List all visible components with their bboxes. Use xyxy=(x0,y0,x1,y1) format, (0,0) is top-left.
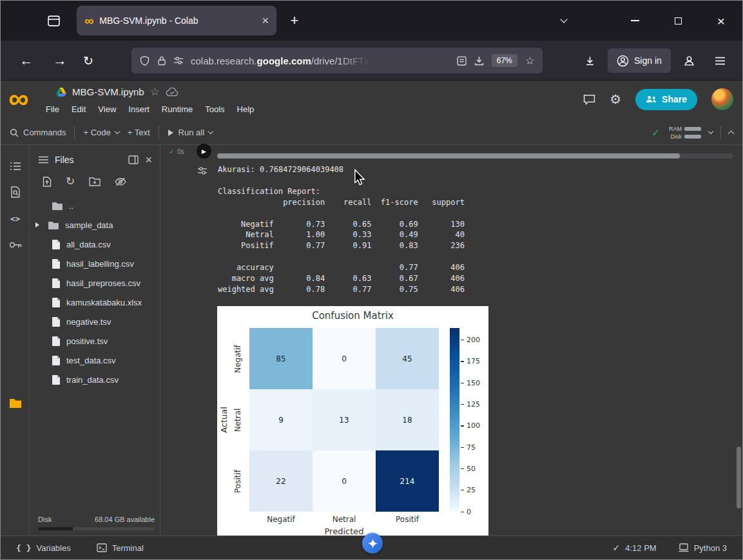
runtime-status[interactable]: Python 3 xyxy=(679,543,727,553)
menu-edit[interactable]: Edit xyxy=(72,104,86,114)
colab-tab-icon: ∞ xyxy=(84,14,93,27)
star-notebook-icon[interactable]: ☆ xyxy=(150,86,160,97)
find-replace-icon[interactable] xyxy=(1,184,30,200)
close-button[interactable]: × xyxy=(707,9,735,32)
user-avatar[interactable] xyxy=(711,88,733,110)
back-button[interactable]: ← xyxy=(15,48,38,73)
tree-item[interactable]: sample_data xyxy=(30,215,160,235)
new-tab-button[interactable]: + xyxy=(284,10,305,31)
run-all-button[interactable]: Run all xyxy=(168,128,213,137)
hidden-files-eye-off-icon[interactable] xyxy=(115,177,126,186)
terminal-button[interactable]: Terminal xyxy=(97,543,144,553)
file-name: positive.tsv xyxy=(66,336,108,346)
menu-file[interactable]: File xyxy=(46,104,59,114)
variables-button[interactable]: { } Variables xyxy=(16,543,71,553)
tree-item[interactable]: .. xyxy=(30,196,160,215)
comments-button[interactable] xyxy=(583,94,595,105)
vertical-scrollbar[interactable] xyxy=(737,447,741,508)
reload-button[interactable]: ↻ xyxy=(77,48,100,73)
scrollbar-thumb[interactable] xyxy=(217,153,680,159)
disk-label: Disk xyxy=(668,133,682,140)
colorbar-tick-label: 125 xyxy=(467,400,480,409)
code-snippets-icon[interactable]: <> xyxy=(1,210,30,227)
close-icon: × xyxy=(717,14,725,28)
ram-bar xyxy=(684,127,701,131)
colorbar-tick xyxy=(461,447,464,448)
collapse-toolbar-icon[interactable] xyxy=(728,131,735,137)
notebook-filename[interactable]: MBG-SVM.ipynb xyxy=(72,86,144,97)
menu-runtime[interactable]: Runtime xyxy=(162,104,193,114)
file-tree: ..sample_dataall_data.csvhasil_labelling… xyxy=(30,196,160,389)
refresh-files-icon[interactable]: ↻ xyxy=(66,176,75,187)
sign-in-button[interactable]: Sign in xyxy=(608,48,671,73)
menu-view[interactable]: View xyxy=(98,104,116,114)
files-folder-icon[interactable] xyxy=(1,395,30,412)
sidebar-icon-strip: <> xyxy=(1,145,30,537)
downloads-button[interactable] xyxy=(578,48,601,73)
save-page-icon[interactable] xyxy=(474,56,484,66)
share-button[interactable]: Share xyxy=(635,89,697,110)
horizontal-scrollbar[interactable] xyxy=(217,153,733,159)
close-panel-icon[interactable]: × xyxy=(145,154,152,166)
expand-chevron-icon[interactable] xyxy=(35,222,39,227)
bookmark-star-icon[interactable]: ☆ xyxy=(525,55,535,66)
drive-icon xyxy=(56,87,66,97)
maximize-button[interactable] xyxy=(664,9,692,32)
resource-meter[interactable]: RAM Disk xyxy=(668,126,701,140)
firefox-view-button[interactable] xyxy=(38,8,69,34)
open-panel-icon[interactable] xyxy=(128,155,139,164)
secrets-key-icon[interactable] xyxy=(1,237,30,253)
menu-tools[interactable]: Tools xyxy=(205,104,224,114)
colorbar-tick-label: 25 xyxy=(467,486,476,494)
heatmap-grid: 8504591318220214 xyxy=(249,328,439,512)
menu-button[interactable] xyxy=(708,48,731,73)
shield-icon[interactable] xyxy=(139,55,150,66)
settings-gear-icon[interactable]: ⚙ xyxy=(610,93,621,106)
tree-item[interactable]: hasil_labelling.csv xyxy=(30,254,160,273)
tree-item[interactable]: kamuskatabaku.xlsx xyxy=(30,293,160,312)
tree-item[interactable]: hasil_preproses.csv xyxy=(30,273,160,293)
profiles-button[interactable] xyxy=(677,48,700,73)
tabs-dropdown-button[interactable] xyxy=(550,9,578,32)
upload-file-icon[interactable] xyxy=(43,177,52,187)
menu-help[interactable]: Help xyxy=(237,104,255,114)
output-settings-icon[interactable] xyxy=(197,166,207,175)
tab-close-icon[interactable]: × xyxy=(262,15,269,26)
commands-label: Commands xyxy=(23,128,66,137)
url-text[interactable]: colab.research.google.com/drive/1DtFTx xyxy=(191,55,369,66)
url-bar[interactable]: colab.research.google.com/drive/1DtFTx 6… xyxy=(131,48,543,73)
browser-tab[interactable]: ∞ MBG-SVM.ipynb - Colab × xyxy=(77,6,276,35)
colorbar-tick xyxy=(461,404,464,405)
lock-icon[interactable] xyxy=(157,55,166,66)
add-code-button[interactable]: + Code xyxy=(83,128,119,137)
minimize-button[interactable] xyxy=(621,9,649,32)
run-cell-button[interactable]: ▶ xyxy=(197,144,211,159)
zoom-level-badge[interactable]: 67% xyxy=(492,54,517,67)
terminal-label: Terminal xyxy=(112,543,144,553)
x-axis-label: Predicted xyxy=(249,526,439,536)
reader-view-icon[interactable] xyxy=(457,56,467,66)
file-icon xyxy=(52,317,60,327)
menu-insert[interactable]: Insert xyxy=(128,104,150,114)
browser-window: ∞ MBG-SVM.ipynb - Colab × + × ← → ↻ cola… xyxy=(0,0,743,560)
tree-item[interactable]: test_data.csv xyxy=(30,351,160,370)
permissions-icon[interactable] xyxy=(173,56,184,65)
gemini-button[interactable] xyxy=(362,533,383,554)
colab-logo[interactable]: ∞ xyxy=(8,84,28,113)
y-tick-label: Netral xyxy=(233,408,242,432)
tree-item[interactable]: all_data.csv xyxy=(30,235,160,254)
tree-item[interactable]: positive.tsv xyxy=(30,331,160,351)
cloud-saved-icon[interactable] xyxy=(166,87,179,97)
add-text-button[interactable]: + Text xyxy=(128,128,150,137)
tree-item[interactable]: train_data.csv xyxy=(30,370,160,389)
last-saved-time: ✓ 4:12 PM xyxy=(613,543,657,553)
tab-title: MBG-SVM.ipynb - Colab xyxy=(99,15,256,26)
chevron-down-icon xyxy=(560,15,567,23)
resources-dropdown-icon[interactable] xyxy=(708,129,713,134)
table-of-contents-icon[interactable] xyxy=(1,158,30,175)
tree-item[interactable]: negative.tsv xyxy=(30,312,160,331)
colorbar xyxy=(450,328,459,512)
mount-drive-icon[interactable] xyxy=(89,177,101,186)
commands-button[interactable]: Commands xyxy=(10,128,66,137)
forward-button[interactable]: → xyxy=(48,48,72,73)
